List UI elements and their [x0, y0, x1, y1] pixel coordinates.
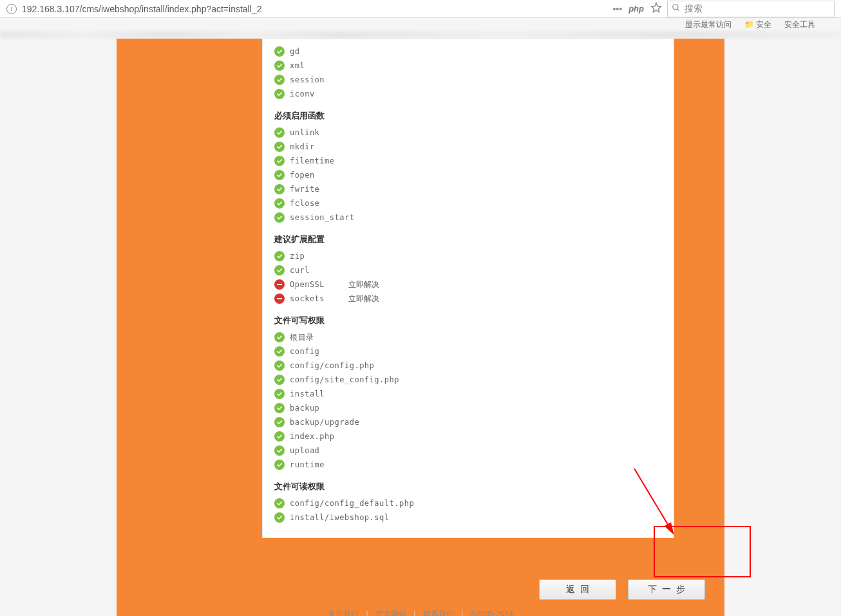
section-title: 文件可读权限 [274, 472, 674, 496]
check-item: gd [274, 44, 674, 59]
check-item-name: OpenSSL [290, 280, 345, 289]
search-placeholder: 搜索 [685, 3, 703, 15]
check-item: config [274, 344, 674, 359]
check-ok-icon [274, 198, 285, 209]
check-ok-icon [274, 389, 285, 399]
check-item-name: backup/upgrade [290, 418, 359, 427]
footer-about[interactable]: 关于我们 [328, 610, 359, 616]
check-ok-icon [274, 61, 285, 71]
check-item-name: fclose [290, 199, 345, 208]
check-ok-icon [274, 332, 285, 342]
check-item: backup/upgrade [274, 415, 674, 429]
check-item-name: fwrite [290, 185, 345, 194]
check-item: config/site_config.php [274, 373, 674, 387]
check-item: 根目录 [274, 330, 674, 344]
url-text: 192.168.3.107/cms/iwebshop/install/index… [22, 4, 261, 14]
check-item-name: config [290, 347, 345, 356]
section-title: 建议扩展配置 [274, 225, 674, 249]
bookmark-item[interactable]: 显示最常访问 [685, 19, 732, 30]
check-item: iconv [274, 87, 674, 101]
bookmark-item[interactable]: 📁 安全 [744, 19, 771, 30]
footer-contact[interactable]: 联系我们 [423, 610, 454, 616]
check-ok-icon [274, 184, 285, 194]
check-ok-icon [274, 46, 285, 57]
bookmark-item[interactable]: 安全工具 [784, 19, 815, 30]
check-ok-icon [274, 170, 285, 180]
search-box[interactable]: 搜索 [667, 1, 835, 17]
check-ok-icon [274, 417, 285, 427]
check-item: config/config_default.php [274, 496, 674, 510]
check-ok-icon [274, 265, 285, 275]
bookmark-star-icon[interactable] [650, 2, 662, 15]
footer-site[interactable]: 官方网站 [375, 610, 406, 616]
check-item: session [274, 73, 674, 87]
check-list: gdxmlsessioniconv必须启用函数unlinkmkdirfilemt… [274, 39, 674, 537]
check-error-icon [274, 294, 285, 304]
check-ok-icon [274, 403, 285, 413]
url-right-icons: ••• php [612, 2, 662, 15]
check-ok-icon [274, 127, 285, 138]
check-item-name: install/iwebshop.sql [290, 513, 390, 522]
check-item-name: zip [290, 252, 345, 261]
check-item-name: config/config.php [290, 361, 374, 370]
check-item-name: session_start [290, 213, 354, 222]
check-error-icon [274, 279, 285, 290]
php-badge: php [628, 4, 644, 14]
check-item-name: 根目录 [290, 332, 345, 343]
environment-check-panel: gdxmlsessioniconv必须启用函数unlinkmkdirfilemt… [262, 39, 674, 538]
check-item: fwrite [274, 182, 674, 196]
check-ok-icon [274, 445, 285, 456]
check-ok-icon [274, 375, 285, 385]
check-item: fopen [274, 168, 674, 182]
footer: 关于我们 | 官方网站 | 联系我们 | ©2005-2014 [117, 597, 724, 616]
check-item: xml [274, 59, 674, 73]
check-item-name: filemtime [290, 156, 345, 165]
resolve-link[interactable]: 立即解决 [348, 294, 379, 304]
svg-line-2 [677, 9, 679, 11]
svg-marker-0 [652, 3, 661, 12]
check-item: install/iwebshop.sql [274, 510, 674, 525]
search-icon [672, 3, 681, 14]
check-ok-icon [274, 360, 285, 371]
resolve-link[interactable]: 立即解决 [348, 279, 379, 290]
check-item: install [274, 387, 674, 401]
check-item: config/config.php [274, 359, 674, 373]
check-item-name: index.php [290, 432, 345, 441]
check-item: runtime [274, 458, 674, 472]
check-item-name: upload [290, 446, 345, 455]
check-item: session_start [274, 210, 674, 225]
check-ok-icon [274, 460, 285, 470]
check-ok-icon [274, 498, 285, 509]
check-item-name: xml [290, 61, 345, 70]
footer-copy: ©2005-2014 [471, 610, 513, 616]
check-item: OpenSSL立即解决 [274, 277, 674, 292]
check-item: mkdir [274, 140, 674, 154]
check-item-name: fopen [290, 171, 345, 180]
browser-address-bar: i 192.168.3.107/cms/iwebshop/install/ind… [0, 0, 841, 18]
check-ok-icon [274, 512, 285, 523]
check-item: unlink [274, 126, 674, 140]
check-item: fclose [274, 196, 674, 210]
installer-sidebar [117, 39, 262, 592]
info-icon[interactable]: i [6, 4, 17, 14]
check-item-name: config/site_config.php [290, 375, 399, 384]
check-item: index.php [274, 429, 674, 443]
check-item-name: install [290, 389, 345, 398]
more-icon[interactable]: ••• [612, 4, 622, 14]
check-item: zip [274, 249, 674, 263]
svg-point-1 [673, 5, 678, 10]
check-item-name: sockets [290, 294, 345, 303]
check-item: sockets立即解决 [274, 292, 674, 306]
check-item-name: unlink [290, 128, 345, 137]
check-ok-icon [274, 346, 285, 357]
check-item-name: gd [290, 47, 345, 56]
check-item-name: backup [290, 404, 345, 413]
check-ok-icon [274, 89, 285, 99]
check-item: curl [274, 263, 674, 277]
check-item-name: iconv [290, 89, 345, 98]
check-item-name: curl [290, 266, 345, 275]
url-bar[interactable]: i 192.168.3.107/cms/iwebshop/install/ind… [6, 4, 594, 14]
check-item: filemtime [274, 154, 674, 168]
bookmarks-bar: 显示最常访问 📁 安全 安全工具 [0, 18, 841, 31]
check-item-name: session [290, 75, 345, 84]
